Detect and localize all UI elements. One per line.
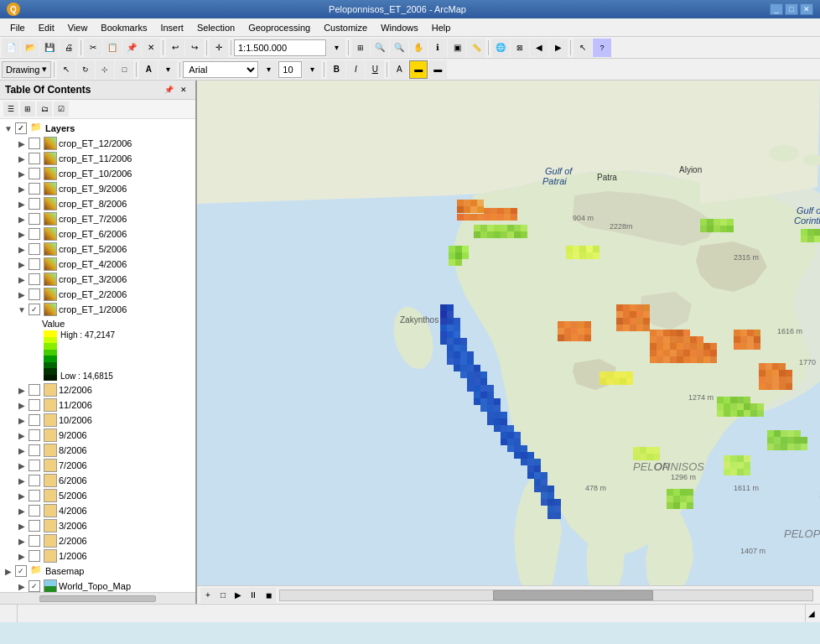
line-color-btn[interactable]: ▬ — [428, 60, 447, 79]
paste-button[interactable]: 📌 — [122, 39, 141, 57]
select-elements-btn[interactable]: ↖ — [57, 60, 75, 79]
layer-crop-1[interactable]: ▼ crop_ET_1/2006 — [0, 302, 195, 317]
delete-button[interactable]: ✕ — [142, 39, 160, 57]
crop5-checkbox[interactable] — [29, 243, 40, 255]
crop3-checkbox[interactable] — [29, 273, 40, 285]
layer-crop-11[interactable]: ▶ crop_ET_11/2006 — [0, 151, 195, 166]
fill-color-btn[interactable]: ▬ — [409, 60, 428, 79]
crop12-checkbox[interactable] — [29, 138, 40, 149]
layer-crop-8[interactable]: ▶ crop_ET_8/2006 — [0, 196, 195, 211]
map-play-btn[interactable]: ▶ — [231, 588, 246, 603]
menu-view[interactable]: View — [61, 21, 95, 34]
toc-list-view[interactable]: ☰ — [3, 101, 18, 117]
menu-file[interactable]: File — [3, 21, 32, 34]
scale-dropdown[interactable]: ▾ — [327, 39, 345, 57]
crop8-expand[interactable]: ▶ — [17, 200, 27, 209]
maximize-button[interactable]: □ — [785, 3, 798, 15]
crop1-expand[interactable]: ▼ — [17, 305, 27, 314]
vertex-btn[interactable]: ⊹ — [96, 60, 114, 79]
layer-crop-4[interactable]: ▶ crop_ET_4/2006 — [0, 257, 195, 272]
map-add-btn[interactable]: + — [200, 588, 215, 603]
font-color-btn[interactable]: A — [390, 60, 408, 79]
sg1-checkbox[interactable] — [29, 550, 40, 562]
crop9-expand[interactable]: ▶ — [17, 184, 27, 194]
sg12-checkbox[interactable] — [29, 384, 40, 396]
zoom-next[interactable]: ▶ — [549, 39, 568, 57]
crop10-expand[interactable]: ▶ — [17, 169, 27, 179]
close-button[interactable]: ✕ — [800, 3, 813, 15]
sg9-expand[interactable]: ▶ — [17, 431, 27, 440]
bold-button[interactable]: B — [327, 60, 345, 79]
toc-source-view[interactable]: 🗂 — [37, 101, 52, 117]
world-topo-layer[interactable]: ▶ World_Topo_Map — [0, 579, 195, 592]
font-family-select[interactable]: Arial — [183, 61, 258, 78]
sg5-expand[interactable]: ▶ — [17, 491, 27, 501]
toc-close-button[interactable]: ✕ — [177, 83, 190, 96]
toc-content[interactable]: ▼ 📁 Layers ▶ crop_ET_12/2006 ▶ crop_ET_1… — [0, 119, 195, 592]
sg4-checkbox[interactable] — [29, 505, 40, 517]
zoom-prev[interactable]: ◀ — [530, 39, 548, 57]
new-button[interactable]: 📄 — [2, 39, 20, 57]
crop3-expand[interactable]: ▶ — [17, 275, 27, 284]
text-dropdown-btn[interactable]: ▾ — [158, 60, 177, 79]
sg11-checkbox[interactable] — [29, 399, 40, 411]
scroll-thumb[interactable] — [39, 595, 157, 602]
copy-button[interactable]: 📋 — [103, 39, 122, 57]
sg3-checkbox[interactable] — [29, 520, 40, 532]
help-button[interactable]: ? — [593, 39, 611, 57]
layer-crop-10[interactable]: ▶ crop_ET_10/2006 — [0, 166, 195, 181]
map-view-btn[interactable]: □ — [215, 588, 231, 603]
crop5-expand[interactable]: ▶ — [17, 245, 27, 254]
menu-bookmarks[interactable]: Bookmarks — [94, 21, 153, 34]
zoom-full-button[interactable]: ⊞ — [351, 39, 370, 57]
save-button[interactable]: 💾 — [40, 39, 59, 57]
sg7-expand[interactable]: ▶ — [17, 461, 27, 470]
subgroup-7[interactable]: ▶ 7/2006 — [0, 458, 195, 473]
undo-button[interactable]: ↩ — [166, 39, 184, 57]
layers-expand-icon[interactable]: ▼ — [3, 124, 13, 133]
layer-crop-12[interactable]: ▶ crop_ET_12/2006 — [0, 136, 195, 151]
scale-input[interactable] — [234, 39, 326, 56]
sg2-checkbox[interactable] — [29, 535, 40, 547]
layer-crop-2[interactable]: ▶ crop_ET_2/2006 — [0, 287, 195, 302]
menu-geoprocessing[interactable]: Geoprocessing — [241, 21, 317, 34]
layers-checkbox[interactable] — [15, 122, 27, 134]
sg11-expand[interactable]: ▶ — [17, 401, 27, 410]
sg5-checkbox[interactable] — [29, 490, 40, 501]
zoom-in-button[interactable]: 🔍 — [371, 39, 389, 57]
add-data-button[interactable]: ✛ — [210, 39, 228, 57]
font-size-dropdown[interactable]: ▾ — [303, 60, 321, 79]
window-controls[interactable]: _ □ ✕ — [770, 3, 813, 15]
layer-crop-3[interactable]: ▶ crop_ET_3/2006 — [0, 272, 195, 287]
crop2-expand[interactable]: ▶ — [17, 290, 27, 299]
underline-button[interactable]: U — [366, 60, 384, 79]
basemap-group[interactable]: ▶ 📁 Basemap — [0, 564, 195, 579]
font-size-input[interactable] — [278, 61, 302, 78]
text-btn[interactable]: A — [139, 60, 158, 79]
crop4-checkbox[interactable] — [29, 258, 40, 270]
menu-insert[interactable]: Insert — [153, 21, 190, 34]
sg7-checkbox[interactable] — [29, 460, 40, 471]
minimize-button[interactable]: _ — [770, 3, 783, 15]
cut-button[interactable]: ✂ — [84, 39, 102, 57]
toc-controls[interactable]: 📌 ✕ — [162, 83, 190, 96]
layer-crop-5[interactable]: ▶ crop_ET_5/2006 — [0, 242, 195, 257]
wt-checkbox[interactable] — [29, 580, 40, 592]
crop4-expand[interactable]: ▶ — [17, 260, 27, 269]
sg1-expand[interactable]: ▶ — [17, 552, 27, 561]
font-dropdown-btn[interactable]: ▾ — [259, 60, 278, 79]
sg3-expand[interactable]: ▶ — [17, 522, 27, 531]
globe-button[interactable]: 🌐 — [491, 39, 510, 57]
subgroup-8[interactable]: ▶ 8/2006 — [0, 443, 195, 458]
subgroup-4[interactable]: ▶ 4/2006 — [0, 503, 195, 518]
sg12-expand[interactable]: ▶ — [17, 386, 27, 395]
crop8-checkbox[interactable] — [29, 198, 40, 210]
crop11-expand[interactable]: ▶ — [17, 154, 27, 164]
subgroup-11[interactable]: ▶ 11/2006 — [0, 397, 195, 413]
layer-crop-7[interactable]: ▶ crop_ET_7/2006 — [0, 211, 195, 226]
crop1-checkbox[interactable] — [29, 304, 40, 315]
menu-selection[interactable]: Selection — [190, 21, 241, 34]
wt-expand[interactable]: ▶ — [17, 582, 27, 591]
crop6-expand[interactable]: ▶ — [17, 230, 27, 239]
identify-button[interactable]: ℹ — [428, 39, 447, 57]
